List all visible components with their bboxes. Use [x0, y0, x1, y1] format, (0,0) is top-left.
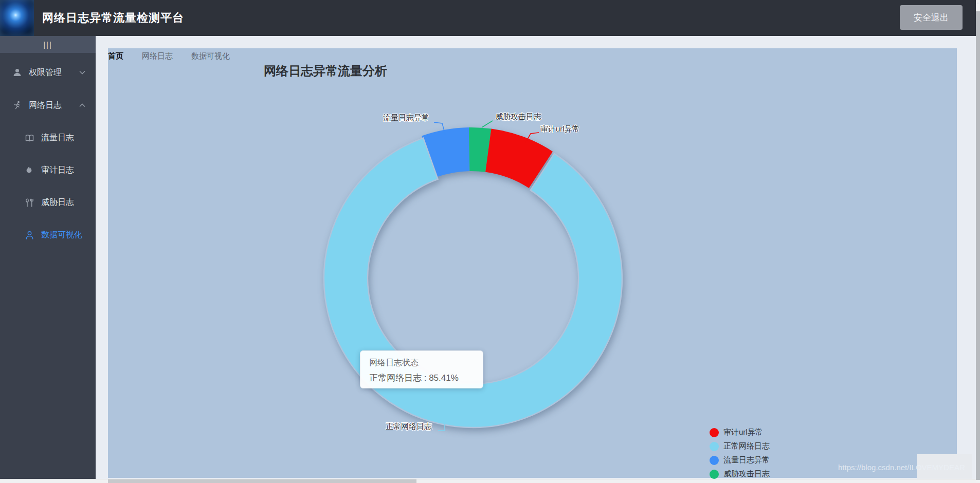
legend-item-audit[interactable]: 审计url异常 [710, 425, 770, 439]
content-panel: 首页 网络日志 数据可视化 网络日志异常流量分析 流量日志异常 威胁攻击日志 审… [108, 48, 957, 478]
legend-dot [710, 470, 719, 479]
runner-icon [12, 101, 22, 110]
legend-dot [710, 428, 719, 437]
legend-item-threat[interactable]: 威胁攻击日志 [710, 467, 770, 481]
leader-line-threat [482, 121, 493, 127]
legend-label: 流量日志异常 [723, 455, 770, 465]
slice-label-traffic: 流量日志异常 [383, 113, 429, 123]
book-icon [25, 134, 34, 143]
watermark: https://blog.csdn.net/ILOVEMYDEAR [838, 463, 973, 472]
sidebar-item-traffic-log[interactable]: 流量日志 [0, 122, 96, 154]
sidebar-item-label: 审计日志 [41, 165, 74, 176]
slice-label-normal: 正常网络日志 [386, 422, 432, 432]
legend-label: 威胁攻击日志 [723, 469, 770, 479]
sidebar-item-label: 网络日志 [29, 100, 62, 111]
chevron-down-icon [79, 70, 85, 75]
user-icon [12, 68, 22, 77]
tooltip-title: 网络日志状态 [369, 358, 474, 368]
chart-legend: 审计url异常 正常网络日志 流量日志异常 威胁攻击日志 [710, 425, 770, 481]
legend-item-normal[interactable]: 正常网络日志 [710, 439, 770, 453]
app-title: 网络日志异常流量检测平台 [42, 10, 184, 26]
sidebar-item-label: 威胁日志 [41, 197, 74, 208]
sidebar-collapse-toggle[interactable]: ||| [0, 36, 96, 53]
logout-button[interactable]: 安全退出 [900, 5, 963, 30]
sidebar: ||| 权限管理 网络日志 [0, 36, 96, 483]
sidebar-item-label: 数据可视化 [41, 230, 82, 240]
horizontal-scrollbar[interactable] [0, 479, 976, 483]
horizontal-scrollbar-thumb[interactable] [108, 479, 416, 483]
legend-item-traffic[interactable]: 流量日志异常 [710, 453, 770, 467]
vertical-scrollbar-thumb[interactable] [976, 11, 980, 480]
cutlery-icon [25, 198, 34, 208]
sidebar-item-audit-log[interactable]: 审计日志 [0, 154, 96, 187]
sidebar-item-network-logs[interactable]: 网络日志 [0, 89, 96, 122]
sidebar-item-data-visualization[interactable]: 数据可视化 [0, 219, 96, 251]
sidebar-item-label: 权限管理 [29, 67, 62, 78]
flame-icon [25, 166, 34, 175]
sidebar-item-permissions[interactable]: 权限管理 [0, 56, 96, 89]
legend-label: 审计url异常 [723, 428, 763, 437]
app-header: 网络日志异常流量检测平台 安全退出 [0, 0, 980, 36]
chart-tooltip: 网络日志状态 正常网络日志 : 85.41% [360, 350, 483, 388]
tooltip-value: 正常网络日志 : 85.41% [369, 372, 474, 384]
scroll-up-arrow[interactable]: ▲ [976, 1, 980, 5]
sidebar-item-label: 流量日志 [41, 133, 74, 143]
legend-dot [710, 442, 719, 451]
sidebar-item-threat-log[interactable]: 威胁日志 [0, 187, 96, 219]
legend-dot [710, 456, 719, 465]
legend-label: 正常网络日志 [723, 441, 770, 451]
vertical-scrollbar[interactable]: ▲ [976, 0, 980, 483]
person-icon [25, 231, 34, 240]
slice-label-audit: 审计url异常 [540, 124, 580, 134]
slice-label-threat: 威胁攻击日志 [495, 112, 541, 122]
app-logo [0, 0, 34, 36]
chevron-up-icon [79, 103, 85, 107]
